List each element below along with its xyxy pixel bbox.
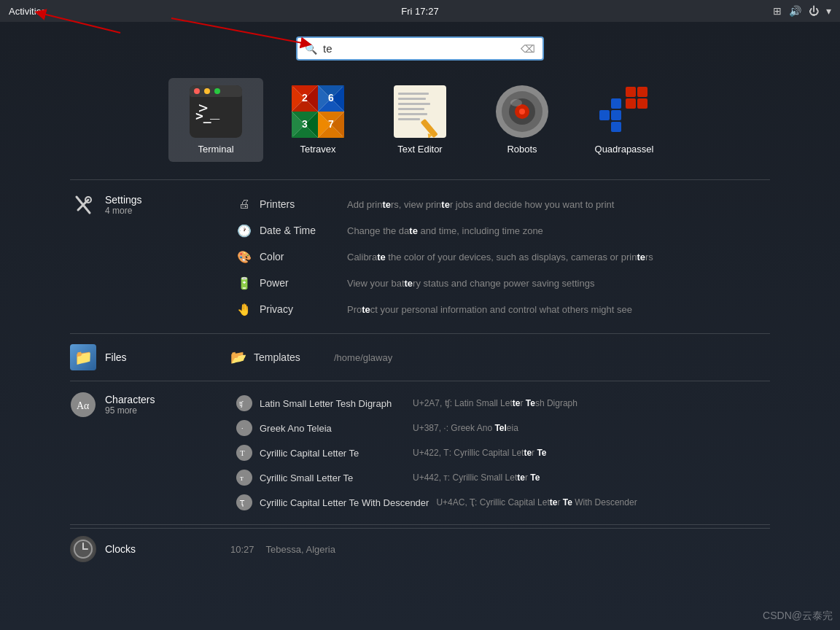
separator-2 [70, 333, 770, 334]
separator-3 [70, 381, 770, 381]
svg-text:3: 3 [302, 118, 308, 130]
char-dot-svg: ʧ [236, 395, 252, 411]
chevron-down-icon[interactable]: ▾ [826, 5, 831, 17]
char-code-greek-ano: U+387, ·: Greek Ano Teleia [413, 423, 518, 433]
files-templates-item[interactable]: 📂 Templates /home/glaway [230, 349, 770, 365]
svg-point-4 [194, 88, 200, 94]
search-container: 🔍 ⌫ [296, 36, 544, 61]
svg-point-43 [510, 99, 522, 106]
main-content: 🔍 ⌫ >_ Terminal [0, 22, 840, 630]
clocks-svg [73, 539, 93, 559]
top-bar-right: ⊞ 🔊 ⏻ ▾ [773, 5, 831, 17]
files-icon: 📁 [70, 344, 96, 370]
clocks-title: Clocks [105, 543, 136, 555]
settings-item-color[interactable]: 🎨 Color Calibrate the color of your devi… [230, 244, 770, 269]
svg-text:6: 6 [328, 92, 334, 104]
clocks-icon [70, 536, 96, 562]
texteditor-svg [394, 85, 446, 138]
settings-label: Settings 4 more [105, 194, 142, 216]
char-code-latin-tesh: U+2A7, ʧ: Latin Small Letter Tesh Digrap… [413, 398, 578, 408]
files-left: 📁 Files [70, 344, 230, 370]
settings-item-printers[interactable]: 🖨 Printers Add printers, view printer jo… [230, 192, 770, 217]
char-item-cyrillic-cap-te-desc[interactable]: Ҭ Cyrillic Capital Letter Te With Descen… [230, 491, 770, 514]
search-clear-button[interactable]: ⌫ [521, 43, 535, 55]
char-dot-cap-te-svg: Т [236, 445, 252, 461]
clock: Fri 17:27 [401, 6, 438, 17]
power-icon[interactable]: ⏻ [809, 5, 819, 17]
privacy-icon: 🤚 [236, 301, 252, 317]
char-code-cyrillic-cap-te: U+422, Т: Cyrillic Capital Letter Te [413, 448, 547, 458]
datetime-desc: Change the date and time, including time… [347, 225, 543, 236]
char-icon-greek-ano: · [236, 420, 252, 436]
separator-1 [70, 179, 770, 180]
svg-rect-48 [637, 98, 648, 109]
characters-section: Aα Characters 95 more ʧ Latin Small Lett… [70, 384, 770, 521]
svg-text:Aα: Aα [77, 400, 90, 411]
robots-svg [496, 85, 548, 138]
power-settings-icon: 🔋 [236, 275, 252, 291]
svg-rect-46 [637, 87, 648, 97]
volume-icon[interactable]: 🔊 [789, 5, 801, 17]
svg-text:2: 2 [302, 92, 308, 104]
svg-text:Т: Т [240, 448, 245, 457]
color-name: Color [260, 251, 340, 262]
terminal-icon: >_ [190, 85, 242, 138]
svg-rect-32 [398, 103, 430, 105]
char-name-cyrillic-cap-te: Cyrillic Capital Letter Te [260, 448, 405, 459]
svg-rect-31 [398, 98, 426, 100]
chars-left: Aα Characters 95 more [70, 392, 230, 418]
svg-point-5 [204, 88, 210, 94]
char-item-cyrillic-small-te[interactable]: т Cyrillic Small Letter Te U+442, т: Cyr… [230, 466, 770, 489]
printer-icon: 🖨 [236, 196, 252, 212]
quadrapassel-label: Quadrapassel [595, 144, 654, 155]
templates-name: Templates [254, 351, 327, 363]
svg-point-64 [237, 470, 252, 485]
svg-text:7: 7 [328, 118, 334, 130]
char-item-cyrillic-cap-te[interactable]: Т Cyrillic Capital Letter Te U+422, Т: C… [230, 441, 770, 464]
char-icon-cyrillic-small-te: т [236, 470, 252, 486]
svg-rect-50 [611, 110, 621, 120]
separator-4 [70, 524, 770, 525]
apps-row: >_ Terminal 2 [168, 78, 672, 162]
char-icon-latin-tesh: ʧ [236, 395, 252, 411]
char-icon-cyrillic-cap-te: Т [236, 445, 252, 461]
svg-rect-52 [611, 98, 621, 109]
settings-items: 🖨 Printers Add printers, view printer jo… [230, 192, 770, 322]
tetravex-icon: 2 6 3 [292, 85, 344, 138]
char-item-greek-ano[interactable]: · Greek Ano Teleia U+387, ·: Greek Ano T… [230, 416, 770, 440]
search-bar: 🔍 ⌫ [296, 36, 544, 61]
app-texteditor[interactable]: Text Editor [373, 78, 467, 162]
tetravex-svg: 2 6 3 [292, 85, 344, 138]
privacy-desc: Protect your personal information and co… [347, 304, 632, 315]
app-tetravex[interactable]: 2 6 3 [271, 78, 365, 162]
power-desc: View your battery status and change powe… [347, 278, 594, 289]
files-section: 📁 Files 📂 Templates /home/glaway [70, 337, 770, 378]
settings-subtitle: 4 more [105, 206, 142, 216]
settings-item-power[interactable]: 🔋 Power View your battery status and cha… [230, 271, 770, 295]
search-input[interactable] [323, 42, 515, 55]
display-icon[interactable]: ⊞ [773, 5, 782, 17]
settings-item-datetime[interactable]: 🕐 Date & Time Change the date and time, … [230, 218, 770, 243]
svg-rect-49 [599, 110, 610, 120]
chars-subtitle: 95 more [105, 405, 155, 416]
char-dot-greek-svg: · [236, 420, 252, 436]
settings-item-privacy[interactable]: 🤚 Privacy Protect your personal informat… [230, 297, 770, 322]
chars-items: ʧ Latin Small Letter Tesh Digraph U+2A7,… [230, 392, 770, 514]
watermark: CSDN@云泰完 [763, 610, 833, 623]
settings-section: Settings 4 more 🖨 Printers Add printers,… [70, 183, 770, 330]
terminal-label: Terminal [198, 144, 233, 155]
app-quadrapassel[interactable]: Quadrapassel [577, 78, 672, 162]
activities-button[interactable]: Activities [9, 6, 46, 17]
char-name-cyrillic-cap-te-desc: Cyrillic Capital Letter Te With Descende… [260, 497, 429, 508]
chars-label: Characters 95 more [105, 394, 155, 416]
clocks-section: Clocks 10:27 Tebessa, Algeria [70, 528, 770, 569]
files-label: Files [105, 351, 127, 363]
svg-text:·: · [241, 424, 244, 432]
app-terminal[interactable]: >_ Terminal [168, 78, 263, 162]
search-icon: 🔍 [305, 43, 317, 55]
terminal-svg: >_ [190, 85, 242, 138]
char-item-latin-tesh[interactable]: ʧ Latin Small Letter Tesh Digraph U+2A7,… [230, 392, 770, 415]
printers-desc: Add printers, view printer jobs and deci… [347, 199, 614, 210]
app-robots[interactable]: Robots [475, 78, 569, 162]
clocks-city: Tebessa, Algeria [266, 544, 335, 555]
